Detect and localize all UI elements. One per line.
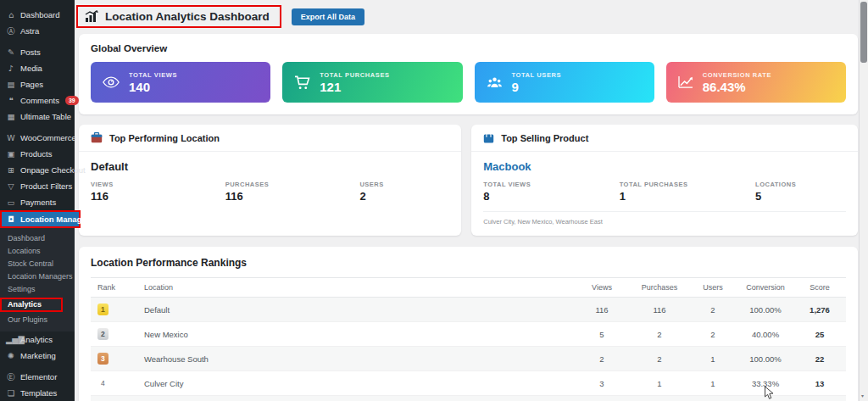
cell-score: 7 xyxy=(793,396,846,401)
stat-value: 2 xyxy=(359,190,449,203)
stat-label: LOCATIONS xyxy=(755,181,846,188)
product-stats: TOTAL VIEWS 8 TOTAL PURCHASES 1 LOCATION… xyxy=(483,181,846,203)
stat-label: VIEWS xyxy=(91,181,225,188)
sidebar-item-label: Onpage Checkout xyxy=(20,165,86,175)
top-performing-location-card: Top Performing Location Default VIEWS 11… xyxy=(79,125,461,236)
top-location-name: Default xyxy=(91,160,449,173)
card-header: Top Performing Location xyxy=(79,125,461,152)
section-title: Global Overview xyxy=(91,43,846,53)
submenu-item-locations[interactable]: Locations xyxy=(0,245,75,258)
cart-icon xyxy=(294,75,310,90)
sidebar-item-payments[interactable]: ▭Payments xyxy=(0,194,75,210)
scrollbar-down-arrow[interactable]: ▾ xyxy=(861,393,864,398)
location-stats: VIEWS 116 PURCHASES 116 USERS 2 xyxy=(91,181,449,203)
sidebar-item-label: Elementor xyxy=(20,372,57,382)
table-row: 2 New Mexico 5 2 2 40.00% 25 xyxy=(91,322,846,347)
cell-purchases: 2 xyxy=(631,322,688,347)
cell-rank: 5 xyxy=(91,396,137,401)
submenu-item-analytics[interactable]: Analytics xyxy=(0,298,63,312)
comments-count-badge: 39 xyxy=(65,96,79,105)
rank-badge-silver: 2 xyxy=(97,328,108,340)
table-row: 3 Wearhouse South 2 2 1 100.00% 22 xyxy=(91,347,846,371)
sidebar-item-location-manage[interactable]: ◘ Location Manage ◂ xyxy=(0,210,81,228)
astra-icon: Ⓐ xyxy=(6,26,16,36)
sidebar-item-elementor[interactable]: ⒺElementor xyxy=(0,369,75,385)
sidebar-item-templates[interactable]: ❏Templates xyxy=(0,385,75,401)
woocommerce-icon: W xyxy=(6,133,16,142)
cell-views: 116 xyxy=(573,298,631,322)
sidebar-item-label: Media xyxy=(20,64,42,73)
column-header-views: Views xyxy=(573,278,631,298)
cell-rank: 3 xyxy=(91,347,137,371)
sidebar-item-ultimate-table[interactable]: ▦Ultimate Table xyxy=(0,109,75,125)
sidebar-item-media[interactable]: ♪Media xyxy=(0,60,75,76)
card-body: Default VIEWS 116 PURCHASES 116 USERS 2 xyxy=(79,152,461,213)
stat-total-purchases: TOTAL PURCHASES 1 xyxy=(620,181,755,203)
conversion-rate-card: CONVERSION RATE 86.43% xyxy=(666,62,846,103)
sidebar-item-posts[interactable]: ✎Posts xyxy=(0,44,75,60)
sidebar-item-dashboard[interactable]: ⌂Dashboard xyxy=(0,7,75,23)
total-views-card: TOTAL VIEWS 140 xyxy=(91,62,270,103)
scrollbar-thumb[interactable] xyxy=(860,2,867,63)
card-title: Top Selling Product xyxy=(501,133,588,143)
sidebar-item-label: Location Manage xyxy=(20,214,86,224)
stat-label: TOTAL PURCHASES xyxy=(620,181,755,188)
submenu-item-our-plugins[interactable]: Our Plugins xyxy=(0,314,75,326)
export-all-data-button[interactable]: Export All Data xyxy=(292,8,364,25)
stat-label: TOTAL VIEWS xyxy=(483,181,619,188)
submenu-item-dashboard[interactable]: Dashboard xyxy=(0,232,75,245)
table-row: 5 Wearhouse Wast 7 0 1 0.00% 7 xyxy=(91,396,846,401)
stat-label: TOTAL USERS xyxy=(512,71,562,79)
sidebar-item-comments[interactable]: ❝Comments39 xyxy=(0,92,75,109)
sidebar-item-pages[interactable]: ▤Pages xyxy=(0,76,75,92)
sidebar-item-product-filters[interactable]: ▽Product Filters xyxy=(0,178,75,194)
stat-views: VIEWS 116 xyxy=(91,181,225,203)
sidebar-item-products[interactable]: ▣Products xyxy=(0,146,75,162)
page-header: Location Analytics Dashboard Export All … xyxy=(75,0,858,31)
cell-views: 7 xyxy=(573,396,631,401)
cell-conversion: 0.00% xyxy=(737,396,793,401)
cell-conversion: 100.00% xyxy=(737,347,793,371)
card-title: Top Performing Location xyxy=(109,133,220,143)
cell-users: 2 xyxy=(688,322,737,347)
media-icon: ♪ xyxy=(6,64,16,73)
submenu-item-location-managers[interactable]: Location Managers xyxy=(0,270,75,283)
table-row: 1 Default 116 116 2 100.00% 1,276 xyxy=(91,298,846,322)
submenu-item-settings[interactable]: Settings xyxy=(0,283,75,296)
main-content: Location Analytics Dashboard Export All … xyxy=(75,0,858,401)
stat-label: USERS xyxy=(359,181,449,188)
shopping-bag-icon xyxy=(483,132,494,143)
stat-locations: LOCATIONS 5 xyxy=(755,181,846,203)
sidebar-item-label: Posts xyxy=(20,47,41,57)
dashboard-icon: ⌂ xyxy=(6,10,16,19)
total-users-card: TOTAL USERS 9 xyxy=(475,62,654,103)
cell-score: 25 xyxy=(793,322,846,347)
stat-value: 8 xyxy=(483,190,619,203)
location-performance-rankings-card: Location Performance Rankings Rank Locat… xyxy=(79,247,858,401)
stat-value: 86.43% xyxy=(703,80,771,94)
card-header: Top Selling Product xyxy=(471,125,858,152)
posts-icon: ✎ xyxy=(6,47,16,57)
vertical-scrollbar[interactable]: ▾ xyxy=(859,0,868,401)
cell-location: Wearhouse Wast xyxy=(137,396,573,401)
card-body: Macbook TOTAL VIEWS 8 TOTAL PURCHASES 1 … xyxy=(471,152,858,236)
sidebar-item-marketing[interactable]: ✺Marketing xyxy=(0,348,75,364)
cell-location: Culver City xyxy=(137,371,573,396)
megaphone-icon: ✺ xyxy=(6,351,16,360)
stat-users: USERS 2 xyxy=(359,181,449,203)
submenu-item-stock-central[interactable]: Stock Central xyxy=(0,258,75,270)
column-header-conversion: Conversion xyxy=(737,278,793,298)
sidebar-item-astra[interactable]: ⒶAstra xyxy=(0,23,75,39)
top-selling-product-card: Top Selling Product Macbook TOTAL VIEWS … xyxy=(471,125,858,236)
payments-card-icon: ▭ xyxy=(6,198,16,207)
cell-rank: 2 xyxy=(91,322,137,347)
sidebar-item-analytics[interactable]: ▂▅▇Analytics xyxy=(0,331,75,348)
sidebar-item-label: Payments xyxy=(20,198,56,207)
cell-views: 5 xyxy=(573,322,631,347)
sidebar-item-label: Astra xyxy=(20,26,39,36)
cell-users: 2 xyxy=(688,298,737,322)
sidebar-item-onpage-checkout[interactable]: ⊞Onpage Checkout xyxy=(0,162,75,178)
stat-value: 116 xyxy=(91,190,225,203)
briefcase-icon xyxy=(91,132,103,143)
sidebar-item-woocommerce[interactable]: WWooCommerce xyxy=(0,130,75,146)
